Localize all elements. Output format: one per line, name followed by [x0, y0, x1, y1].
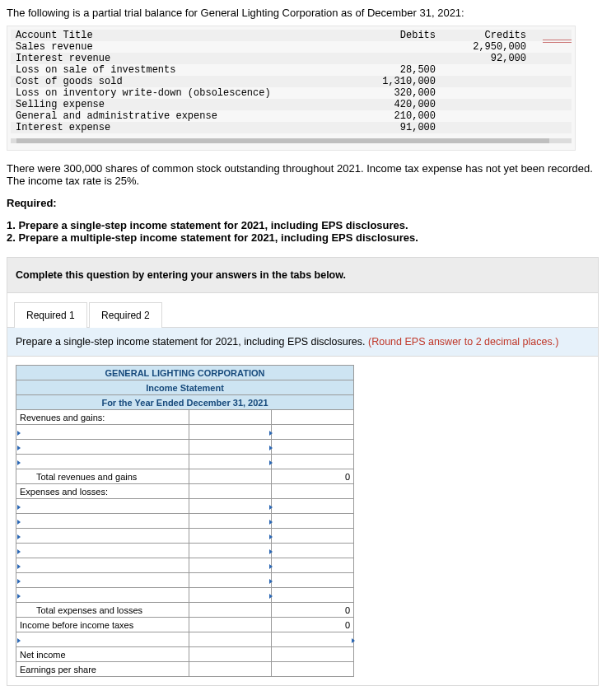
input-cell[interactable]	[189, 514, 272, 529]
chevron-right-icon	[269, 505, 273, 510]
dropdown-cell[interactable]	[16, 514, 189, 529]
cell[interactable]	[189, 484, 272, 499]
tab-required-1[interactable]: Required 1	[14, 302, 87, 328]
tb-account: Interest expense	[11, 122, 312, 133]
input-cell[interactable]	[189, 544, 272, 558]
income-statement-table: GENERAL LIGHTING CORPORATION Income Stat…	[16, 365, 354, 677]
total-revenues-value: 0	[272, 469, 354, 484]
input-cell[interactable]	[189, 455, 272, 469]
cell[interactable]	[272, 440, 354, 455]
dropdown-cell[interactable]	[16, 529, 189, 544]
dropdown-cell[interactable]	[16, 544, 189, 558]
chevron-right-icon	[17, 446, 21, 450]
cell[interactable]	[272, 514, 354, 529]
tb-debit	[312, 53, 436, 64]
cell[interactable]	[272, 484, 354, 499]
chevron-right-icon	[269, 549, 273, 554]
chevron-right-icon	[269, 579, 273, 584]
income-pretax-label: Income before income taxes	[16, 618, 189, 632]
cell[interactable]	[189, 603, 272, 618]
requirement-2: 2. Prepare a multiple-step income statem…	[7, 231, 609, 244]
cell[interactable]	[272, 588, 354, 603]
tab-required-2[interactable]: Required 2	[89, 302, 162, 328]
chevron-right-icon	[352, 638, 355, 643]
stmt-period: For the Year Ended December 31, 2021	[16, 395, 354, 410]
cell[interactable]	[272, 544, 354, 558]
tb-credit	[436, 110, 526, 122]
chevron-right-icon	[269, 431, 273, 436]
cell[interactable]	[189, 632, 272, 647]
input-cell[interactable]	[272, 632, 354, 647]
tb-credit	[436, 87, 526, 99]
total-expenses-value: 0	[272, 603, 354, 618]
cell[interactable]	[189, 662, 272, 677]
revenues-header: Revenues and gains:	[16, 410, 189, 425]
tb-account: Interest revenue	[11, 53, 312, 64]
tb-account: Loss on sale of investments	[11, 64, 312, 76]
subheader-text: Prepare a single-step income statement f…	[16, 336, 368, 348]
dropdown-cell[interactable]	[16, 499, 189, 514]
stmt-title: Income Statement	[16, 380, 354, 395]
chevron-right-icon	[269, 446, 273, 450]
chevron-right-icon	[17, 579, 21, 584]
dropdown-cell[interactable]	[16, 573, 189, 588]
chevron-right-icon	[17, 505, 21, 510]
cell[interactable]	[189, 410, 272, 425]
input-cell[interactable]	[272, 647, 354, 662]
cell[interactable]	[272, 499, 354, 514]
input-cell[interactable]	[189, 529, 272, 544]
dropdown-cell[interactable]	[16, 440, 189, 455]
tb-debit: 28,500	[312, 64, 436, 76]
tb-credit: 2,950,000	[436, 41, 526, 53]
chevron-right-icon	[269, 594, 273, 599]
cell[interactable]	[272, 558, 354, 573]
dropdown-cell[interactable]	[16, 455, 189, 469]
intro-text: The following is a partial trial balance…	[7, 7, 609, 19]
chevron-right-icon	[17, 564, 21, 569]
cell[interactable]	[189, 647, 272, 662]
chevron-right-icon	[269, 564, 273, 569]
dropdown-cell[interactable]	[16, 588, 189, 603]
input-cell[interactable]	[189, 499, 272, 514]
dropdown-cell[interactable]	[16, 425, 189, 440]
tab-subheader: Prepare a single-step income statement f…	[7, 327, 598, 357]
input-cell[interactable]	[189, 425, 272, 440]
input-cell[interactable]	[189, 573, 272, 588]
tb-debit: 1,310,000	[312, 76, 436, 87]
requirements-list: 1. Prepare a single-step income statemen…	[7, 219, 609, 244]
tb-debit: 210,000	[312, 110, 436, 122]
cell[interactable]	[272, 529, 354, 544]
rule-marker	[543, 40, 572, 43]
panel-header: Complete this question by entering your …	[7, 258, 598, 293]
tb-credit	[436, 99, 526, 110]
input-cell[interactable]	[272, 662, 354, 677]
chevron-right-icon	[17, 534, 21, 539]
cell[interactable]	[189, 618, 272, 632]
net-income-label: Net income	[16, 647, 189, 662]
cell[interactable]	[272, 410, 354, 425]
scrollbar[interactable]	[11, 138, 572, 143]
cell[interactable]	[272, 455, 354, 469]
expenses-header: Expenses and losses:	[16, 484, 189, 499]
chevron-right-icon	[17, 594, 21, 599]
cell[interactable]	[272, 425, 354, 440]
chevron-right-icon	[17, 460, 21, 465]
input-cell[interactable]	[189, 588, 272, 603]
input-cell[interactable]	[189, 440, 272, 455]
tb-account: Sales revenue	[11, 41, 312, 53]
income-pretax-value: 0	[272, 618, 354, 632]
chevron-right-icon	[269, 460, 273, 465]
chevron-right-icon	[269, 534, 273, 539]
cell[interactable]	[272, 573, 354, 588]
tb-account: Cost of goods sold	[11, 76, 312, 87]
requirement-1: 1. Prepare a single-step income statemen…	[7, 219, 609, 231]
dropdown-cell[interactable]	[16, 632, 189, 647]
tb-account: Loss on inventory write-down (obsolescen…	[11, 87, 312, 99]
chevron-right-icon	[17, 520, 21, 525]
tb-debit	[312, 41, 436, 53]
dropdown-cell[interactable]	[16, 558, 189, 573]
total-expenses-label: Total expenses and losses	[16, 603, 189, 618]
tabs-bar: Required 1 Required 2	[7, 293, 598, 327]
cell[interactable]	[189, 469, 272, 484]
input-cell[interactable]	[189, 558, 272, 573]
